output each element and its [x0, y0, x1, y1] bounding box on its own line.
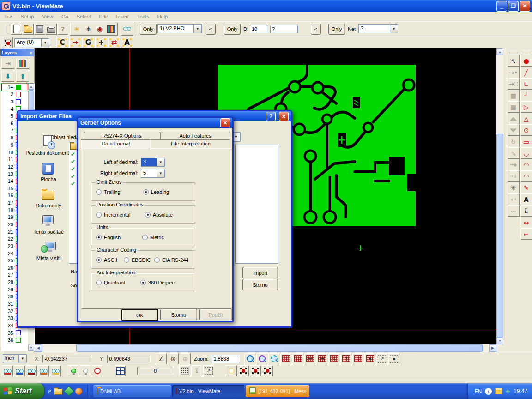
text-a-icon[interactable]: A: [121, 37, 133, 48]
apply-button[interactable]: Použít: [199, 309, 232, 320]
grid-value-field[interactable]: 0: [137, 367, 173, 375]
target-select-icon[interactable]: ◉: [94, 24, 105, 35]
note-icon[interactable]: [495, 388, 502, 394]
scroll-right-icon[interactable]: ▶: [489, 344, 496, 352]
layer-move-up-button[interactable]: ⬆: [16, 71, 29, 82]
place-posledn-dokumenty[interactable]: Poslední dokumenty: [24, 135, 73, 156]
firefox-icon[interactable]: [75, 388, 82, 395]
corner-tool-icon[interactable]: ⌐: [520, 228, 532, 240]
menu-insert[interactable]: Insert: [112, 13, 133, 20]
menu-select[interactable]: Select: [73, 13, 95, 20]
place-tento-po-ta-[interactable]: Tento počítač: [24, 214, 73, 235]
radio-icon[interactable]: [154, 257, 160, 263]
layer-color-swatch[interactable]: [16, 85, 21, 90]
vscroll-thumb[interactable]: [496, 134, 503, 337]
measure-glasses-icon[interactable]: [121, 24, 133, 35]
radio-icon[interactable]: [96, 280, 102, 285]
pad-round-icon[interactable]: ●: [520, 55, 532, 66]
arc-curve-icon[interactable]: ◠: [520, 159, 532, 170]
anchor-icon[interactable]: ↧: [191, 365, 202, 376]
flash-pad-a-icon[interactable]: [238, 365, 249, 376]
zoom-in-icon[interactable]: [244, 353, 255, 364]
scroll-down-icon[interactable]: ▼: [496, 337, 503, 344]
layer-color-swatch[interactable]: [16, 92, 21, 97]
gerber-g-icon[interactable]: G: [82, 37, 94, 48]
gerber-cancel-button[interactable]: Storno: [160, 309, 197, 320]
help-icon[interactable]: ?: [266, 112, 276, 121]
import-button[interactable]: Import: [242, 267, 278, 278]
radio-trailing[interactable]: Trailing: [96, 189, 121, 195]
grid-corner-a-icon[interactable]: ▫: [352, 353, 363, 364]
tab-file-interpretation[interactable]: File Interpretation: [151, 139, 230, 148]
task--191-482-091-mess-[interactable]: [191-482-091] - Mess...: [246, 385, 309, 397]
flip-horizontal-icon[interactable]: ◥◤: [508, 124, 520, 136]
probe-pin-icon[interactable]: [92, 365, 103, 376]
menu-view[interactable]: View: [38, 13, 57, 20]
selection-grid-icon[interactable]: [2, 37, 13, 48]
place-plocha[interactable]: Plocha: [24, 162, 73, 182]
flash-pad-c-icon[interactable]: [262, 365, 273, 376]
measure-diagonal-icon[interactable]: ↗: [376, 353, 387, 364]
draw-rectangle-icon[interactable]: ▭: [520, 136, 532, 147]
dcode-tools-icon[interactable]: ⋔: [83, 24, 94, 35]
clock[interactable]: 19:47: [514, 388, 527, 394]
close-button[interactable]: ✕: [520, 1, 530, 12]
scroll-up-icon[interactable]: ▲: [28, 84, 34, 90]
dcode-input[interactable]: 10: [250, 25, 267, 33]
radio-icon[interactable]: [140, 280, 146, 285]
net-arrow-icon[interactable]: →: [69, 37, 81, 48]
radio-icon[interactable]: [96, 235, 102, 240]
open-file-icon[interactable]: [23, 24, 34, 35]
menu-setup[interactable]: Setup: [17, 13, 38, 20]
dcode-filter-input[interactable]: ?: [270, 25, 298, 33]
task-v2-bin-viewmate[interactable]: V2.bin - ViewMate: [172, 385, 244, 397]
place-dokumenty[interactable]: Dokumenty: [24, 188, 73, 208]
only-dcode-button[interactable]: Only: [224, 24, 241, 35]
scatter-icon[interactable]: ⇘: [508, 147, 520, 159]
layer-colors-icon[interactable]: [106, 24, 117, 35]
tray-collapse-icon[interactable]: ‹: [485, 388, 492, 395]
trace-corner-icon[interactable]: ┘: [520, 90, 532, 101]
component-c-icon[interactable]: C: [56, 37, 68, 48]
hscroll-thumb[interactable]: [76, 344, 483, 352]
save-file-icon[interactable]: [34, 24, 45, 35]
pointer-icon[interactable]: ↖: [508, 55, 520, 66]
radio-absolute[interactable]: Absolute: [145, 212, 173, 218]
dimension-width-icon[interactable]: ↔: [520, 217, 532, 228]
prev-dcode-button[interactable]: <: [311, 24, 321, 35]
import-cancel-button[interactable]: Storno: [242, 279, 278, 290]
radio-icon[interactable]: [145, 212, 151, 218]
context-help-icon[interactable]: ?: [57, 24, 68, 35]
minimize-button[interactable]: _: [496, 1, 507, 12]
sketch-pen-icon[interactable]: ✎: [520, 182, 532, 193]
close-icon[interactable]: ✕: [279, 112, 289, 121]
radio-360-degree[interactable]: 360 Degree: [140, 280, 175, 285]
layer-color-swatch[interactable]: [16, 330, 21, 335]
origin-track-icon[interactable]: ⊕: [180, 353, 191, 364]
highlight-off-icon[interactable]: [80, 365, 91, 376]
icq-flower-icon[interactable]: ✳: [505, 388, 510, 394]
radio-incremental[interactable]: Incremental: [96, 212, 130, 218]
print-icon[interactable]: [46, 24, 57, 35]
menu-file[interactable]: File: [0, 13, 17, 20]
layers-panel-title[interactable]: Layers x: [0, 49, 34, 56]
chevron-down-icon[interactable]: ▼: [41, 39, 49, 47]
flash-highlight-icon[interactable]: ✳: [71, 24, 82, 35]
view-sketch-icon[interactable]: [50, 365, 61, 376]
chevron-down-icon[interactable]: ▼: [18, 355, 26, 363]
grid-corner-b-icon[interactable]: ▪: [364, 353, 375, 364]
zoom-window-icon[interactable]: [268, 353, 279, 364]
draw-line-icon[interactable]: ╱: [520, 66, 532, 78]
flash-sun-icon[interactable]: [226, 365, 237, 376]
undo-arc-icon[interactable]: ↩: [508, 193, 520, 205]
tab-data-format[interactable]: Data Format: [81, 139, 151, 149]
scroll-left-icon[interactable]: ◀: [35, 344, 42, 352]
net-combo[interactable]: ? ▼: [358, 24, 398, 33]
only-net-button[interactable]: Only: [328, 24, 345, 35]
flash-plus-icon[interactable]: +: [95, 37, 107, 48]
transform-step-icon[interactable]: →↕: [508, 170, 520, 182]
restore-button[interactable]: ❐: [508, 1, 519, 12]
tab-rs274-x-options[interactable]: RS274-X Options: [84, 132, 160, 140]
select-type-combo[interactable]: Any (U) ▼: [14, 38, 49, 47]
layer-color-swatch[interactable]: [16, 338, 21, 343]
